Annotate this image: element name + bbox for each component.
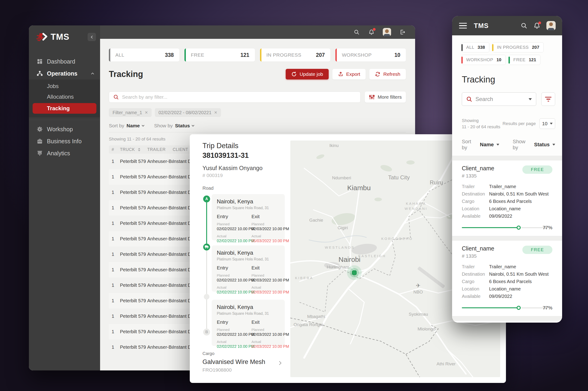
table-cell-num: 1	[109, 308, 120, 324]
table-cell-num: 1	[109, 339, 120, 355]
sidebar-item-business-info[interactable]: Business Info	[29, 135, 100, 147]
chevron-down-icon	[529, 98, 532, 100]
page-background: TMS Dashboard	[0, 0, 588, 391]
entry-actual-time: 02/02/2022 10.00 PM	[217, 239, 251, 243]
analytics-board-icon	[37, 150, 43, 156]
table-cell-trailer: Anheuser-Bus...	[147, 169, 173, 185]
notifications-bell-icon[interactable]	[533, 22, 540, 29]
refresh-button[interactable]: Refresh	[369, 69, 406, 80]
status-chip-count: 10	[496, 57, 501, 62]
status-card[interactable]: WORKSHOP 10	[335, 49, 406, 62]
entry-actual-time: 02/02/2022 10.00 PM	[217, 344, 251, 349]
filter-chip[interactable]: 02/02/2022 - 08/02/20221 ×	[155, 108, 221, 117]
table-cell-num: 1	[109, 154, 120, 169]
tms-logo-icon	[36, 32, 48, 42]
trailer-value: Trailer_name	[489, 264, 516, 270]
modal-title: Trip Details	[202, 142, 239, 150]
status-chip-accent	[492, 44, 493, 51]
sort-by-dropdown[interactable]: Sort by Name	[109, 123, 144, 128]
status-chip[interactable]: IN PROGRESS 207	[492, 42, 544, 52]
mobile-filter-button[interactable]	[541, 93, 555, 106]
user-avatar[interactable]	[383, 28, 391, 36]
update-job-button[interactable]: Update job	[286, 69, 329, 80]
sidebar-item-operations[interactable]: Operations	[29, 68, 100, 80]
sidebar-item-label: Analytics	[47, 150, 70, 157]
chevron-right-icon[interactable]	[278, 361, 282, 365]
filter-chip[interactable]: Filter_name_1 ×	[109, 108, 152, 117]
status-card-label: WORKSHOP	[342, 52, 372, 58]
mobile-show-by-dropdown[interactable]: Show by Status	[513, 139, 555, 151]
logout-icon[interactable]	[399, 29, 406, 36]
sidebar-item-tracking[interactable]: Tracking	[33, 103, 97, 114]
gear-icon	[37, 126, 43, 132]
status-chip-count: 338	[478, 45, 485, 50]
notifications-bell-icon[interactable]	[368, 29, 375, 36]
sidebar-item-workshop[interactable]: Workshop	[29, 123, 100, 135]
column-header-num[interactable]: #	[109, 145, 120, 154]
sidebar-item-dashboard[interactable]: Dashboard	[29, 55, 100, 68]
slider-thumb[interactable]	[517, 306, 521, 310]
table-cell-truck: Peterbilt 579	[120, 339, 147, 355]
stop-marker-b: B	[203, 329, 210, 336]
entry-label: Entry	[217, 265, 251, 271]
cargo-name: Galvanised Wire Mesh	[202, 358, 265, 366]
map-place-label: Ongata Rongai	[294, 322, 323, 327]
exit-label: Exit	[251, 214, 286, 219]
show-by-dropdown[interactable]: Show by Status	[154, 123, 194, 128]
notification-badge	[373, 28, 376, 31]
mobile-sort-by-dropdown[interactable]: Sort by Name	[462, 139, 499, 151]
results-per-page-label: Results per page	[502, 121, 536, 126]
status-chip[interactable]: FREE 121	[509, 55, 540, 65]
tracking-card[interactable]: Client_name # 1335 FREE TrailerTrailer_n…	[452, 160, 562, 236]
status-card[interactable]: ALL 338	[109, 49, 179, 62]
map-place-label: Ruiru	[430, 179, 443, 186]
progress-percent: 77%	[543, 225, 552, 230]
status-chip[interactable]: WORKSHOP 10	[462, 55, 506, 65]
progress-slider[interactable]: 77%	[462, 305, 552, 311]
tracking-card[interactable]: Client_name # 1335 FREE TrailerTrailer_n…	[452, 321, 562, 323]
table-cell-trailer: Anheuser-Bus...	[147, 185, 173, 200]
stop-card: Nairobi, Kenya Platinum Square Hola Road…	[212, 194, 285, 240]
search-icon[interactable]	[353, 29, 360, 36]
status-card[interactable]: FREE 121	[185, 49, 255, 62]
map-place-label: EASTLEIGH	[358, 254, 386, 258]
sidebar-item-label: Workshop	[47, 126, 73, 133]
table-cell-trailer: Anheuser-Bus...	[147, 216, 173, 231]
refresh-icon	[291, 71, 297, 77]
sidebar-collapse-button[interactable]	[88, 33, 96, 41]
status-card[interactable]: IN PROGRESS 207	[260, 49, 330, 62]
column-header-truck[interactable]: TRUCK	[120, 145, 147, 154]
mobile-search-input[interactable]	[476, 96, 525, 102]
menu-hamburger-icon[interactable]	[459, 23, 467, 29]
column-header-trailer[interactable]: TRAILER	[147, 145, 173, 154]
status-chip[interactable]: ALL 338	[462, 42, 489, 52]
search-input[interactable]	[122, 94, 356, 100]
status-chip-label: FREE	[513, 57, 526, 62]
location-value: Location_name	[489, 286, 521, 292]
results-per-page-select[interactable]: 10	[539, 118, 555, 129]
sidebar-item-jobs[interactable]: Jobs	[29, 81, 100, 92]
export-button[interactable]: Export	[332, 69, 366, 80]
refresh-icon	[375, 71, 381, 77]
map-place-label: WENDANI	[405, 206, 428, 210]
close-icon[interactable]: ×	[214, 109, 217, 115]
sidebar-item-allocations[interactable]: Allocations	[29, 92, 100, 102]
table-cell-truck: Peterbilt 579	[120, 324, 147, 339]
mobile-app: TMS	[452, 16, 562, 323]
search-icon[interactable]	[520, 22, 527, 29]
mobile-status-chips: ALL 338 IN PROGRESS 207 WORKSHOP 10	[459, 42, 555, 65]
close-icon[interactable]: ×	[145, 109, 148, 115]
progress-slider[interactable]: 77%	[462, 225, 552, 230]
exit-actual-time: 02/03/2022 10.00 PM	[251, 344, 286, 349]
stop-card: Nairobi, Kenya Platinum Square Hola Road…	[212, 245, 285, 292]
mobile-page-title: Tracking	[462, 75, 555, 85]
funnel-icon	[545, 97, 552, 98]
user-avatar[interactable]	[546, 21, 556, 30]
slider-thumb[interactable]	[517, 225, 521, 230]
table-cell-num: 1	[109, 200, 120, 216]
tracking-card[interactable]: Client_name # 1335 FREE TrailerTrailer_n…	[452, 241, 562, 316]
progress-percent: 77%	[543, 305, 552, 311]
map-place-label: KIBERA	[295, 276, 313, 280]
sidebar-item-analytics[interactable]: Analytics	[29, 147, 100, 159]
more-filters-button[interactable]: More filters	[365, 92, 406, 102]
